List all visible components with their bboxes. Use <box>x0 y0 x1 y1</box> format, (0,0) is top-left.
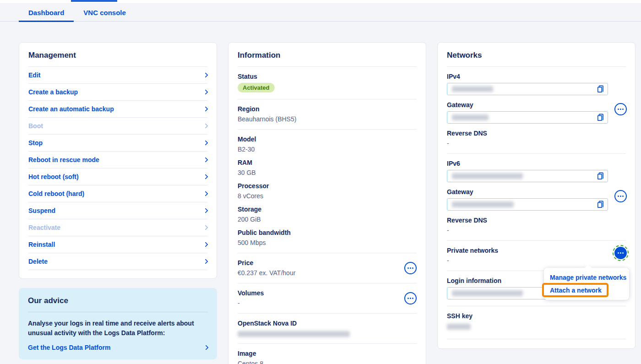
image-label: Image <box>238 350 417 357</box>
model-label: Model <box>238 136 417 143</box>
management-item-label: Boot <box>28 122 43 130</box>
ipv6-group: IPv6 Gateway Reverse DNS - <box>447 160 626 234</box>
tab-vnc-console[interactable]: VNC console <box>74 4 136 21</box>
image-value: Centos 8 <box>238 360 417 364</box>
copy-icon <box>597 85 604 93</box>
ipv4-gateway-redacted-value <box>452 114 489 120</box>
region-label: Region <box>238 105 417 113</box>
divider <box>238 99 417 99</box>
chevron-right-icon <box>203 89 208 94</box>
ipv6-reverse-dns-label: Reverse DNS <box>447 217 626 224</box>
menu-item-manage-private-networks[interactable]: Manage private networks <box>544 271 629 284</box>
ram-field: RAM 30 GB <box>238 159 417 176</box>
context-menu: Manage private networks Attach a network <box>544 268 629 300</box>
information-card: Information Status Activated Region Beau… <box>228 42 426 364</box>
chevron-right-icon <box>203 191 208 196</box>
divider <box>238 253 417 253</box>
ellipsis-icon <box>618 109 619 110</box>
status-label: Status <box>238 73 417 80</box>
processor-label: Processor <box>238 182 417 190</box>
region-value: Beauharnois (BHS5) <box>238 115 417 123</box>
ram-value: 30 GB <box>238 169 417 176</box>
management-item-label: Suspend <box>28 207 55 214</box>
ellipsis-icon <box>407 267 409 269</box>
management-title: Management <box>28 51 207 60</box>
management-item-label: Reactivate <box>28 224 60 231</box>
private-networks-actions-button[interactable] <box>614 247 627 259</box>
tab-indicator-partial <box>71 0 117 2</box>
model-value: B2-30 <box>238 146 417 153</box>
nova-id-label: OpenStack Nova ID <box>238 320 417 327</box>
region-field: Region Beauharnois (BHS5) <box>238 105 417 123</box>
chevron-right-icon <box>203 123 208 128</box>
ipv6-label: IPv6 <box>447 160 626 167</box>
bandwidth-value: 500 Mbps <box>238 239 417 246</box>
ssh-key-redacted-value <box>447 324 471 330</box>
management-item-cold-reboot[interactable]: Cold reboot (hard) <box>28 185 207 202</box>
management-item-reinstall[interactable]: Reinstall <box>28 236 207 253</box>
menu-item-attach-a-network[interactable]: Attach a network <box>544 284 629 297</box>
chevron-right-icon <box>203 259 208 264</box>
management-item-suspend[interactable]: Suspend <box>28 202 207 219</box>
chevron-right-icon <box>203 106 208 111</box>
ellipsis-icon <box>407 298 409 299</box>
management-item-reboot-in-rescue-mode[interactable]: Reboot in rescue mode <box>28 152 207 168</box>
chevron-right-icon <box>203 140 208 145</box>
chevron-right-icon <box>203 157 208 162</box>
copy-icon <box>597 172 604 180</box>
management-item-stop[interactable]: Stop <box>28 135 207 152</box>
ipv6-gateway-copy-button[interactable] <box>597 201 604 208</box>
divider <box>238 66 417 67</box>
private-networks-value: - <box>447 257 626 264</box>
advice-link-label: Get the Logs Data Platform <box>28 344 110 351</box>
ipv6-gateway-label: Gateway <box>447 188 626 196</box>
ipv6-reverse-dns-value: - <box>447 227 626 234</box>
management-item-create-a-backup[interactable]: Create a backup <box>28 84 207 101</box>
volumes-value: - <box>238 299 264 307</box>
ipv6-redacted-value <box>452 173 523 179</box>
divider <box>238 343 417 344</box>
management-item-reactivate: Reactivate <box>28 219 207 236</box>
divider <box>238 129 417 130</box>
storage-value: 200 GiB <box>238 216 417 223</box>
ram-label: RAM <box>238 159 417 166</box>
ipv4-label: IPv4 <box>447 73 626 80</box>
volumes-actions-button[interactable] <box>404 292 417 304</box>
divider <box>447 306 626 306</box>
management-item-hot-reboot[interactable]: Hot reboot (soft) <box>28 168 207 185</box>
storage-field: Storage 200 GiB <box>238 206 417 223</box>
ipv6-gateway-redacted-value <box>452 201 514 207</box>
management-item-delete[interactable]: Delete <box>28 253 207 270</box>
tab-dashboard[interactable]: Dashboard <box>19 4 74 21</box>
focus-ring <box>613 245 629 261</box>
ipv4-gateway-copy-button[interactable] <box>597 114 604 121</box>
status-badge: Activated <box>238 83 275 92</box>
management-item-edit[interactable]: Edit <box>28 67 207 84</box>
divider <box>447 240 626 241</box>
ipv6-actions-button[interactable] <box>614 190 627 202</box>
dashboard-content: Management Edit Create a backup Create a… <box>0 22 641 364</box>
management-item-create-an-automatic-backup[interactable]: Create an automatic backup <box>28 101 207 118</box>
popup-arrow <box>585 265 592 272</box>
ipv4-copy-button[interactable] <box>597 85 604 93</box>
volumes-label: Volumes <box>238 289 264 297</box>
private-networks-label: Private networks <box>447 247 626 254</box>
ipv6-value-box <box>447 170 608 182</box>
management-item-label: Create an automatic backup <box>28 105 114 113</box>
price-actions-button[interactable] <box>404 262 417 274</box>
price-value: €0.237 ex. VAT/hour <box>238 269 295 277</box>
bandwidth-label: Public bandwidth <box>238 229 417 236</box>
ipv6-copy-button[interactable] <box>597 172 604 180</box>
management-item-label: Stop <box>28 139 43 147</box>
advice-link[interactable]: Get the Logs Data Platform <box>28 344 208 351</box>
chevron-right-icon <box>203 72 208 77</box>
advice-card: Our advice Analyse your logs in real tim… <box>19 288 217 359</box>
management-item-label: Hot reboot (soft) <box>28 173 79 180</box>
ipv4-actions-button[interactable] <box>614 103 627 115</box>
chevron-right-icon <box>203 242 208 247</box>
ellipsis-icon <box>618 252 619 254</box>
networks-title: Networks <box>447 51 626 60</box>
ssh-key-label: SSH key <box>447 312 626 320</box>
divider <box>238 313 417 314</box>
nova-id-field: OpenStack Nova ID <box>238 320 417 337</box>
